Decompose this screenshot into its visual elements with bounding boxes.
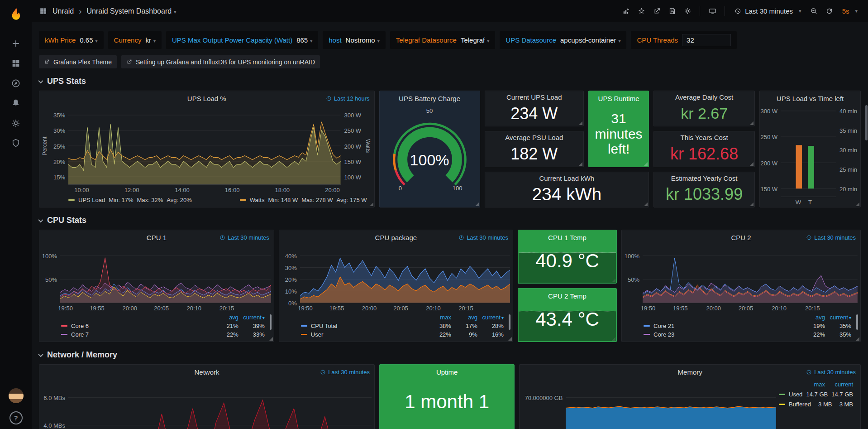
dashboard-title[interactable]: Unraid System Dashboard <box>86 7 176 15</box>
panel-title[interactable]: CPU 2 <box>731 234 751 241</box>
sidebar-item-dashboards[interactable] <box>5 53 26 73</box>
create-button[interactable] <box>5 34 26 53</box>
panel-title[interactable]: UPS Battery Charge <box>399 95 460 102</box>
y-axis-right: 40 min35 min30 min25 min20 min <box>836 107 858 197</box>
panel-title[interactable]: UPS Runtime <box>598 95 639 102</box>
panel-title[interactable]: CPU 1 <box>147 234 167 241</box>
variable-host[interactable]: hostNostromo <box>323 31 385 49</box>
time-picker[interactable]: Last 30 minutes <box>730 5 805 18</box>
legend-col-current[interactable]: current <box>825 381 853 388</box>
panel-title[interactable]: Estimated Yearly Cost <box>671 174 738 182</box>
variable-kwh-price[interactable]: kWh Price0.65 <box>39 31 104 49</box>
legend-item[interactable]: Core 7 <box>61 331 212 338</box>
refresh-interval-picker[interactable]: 5s <box>838 5 862 18</box>
variable-ups-max-output[interactable]: UPS Max Output Power Capacity (Watt)865 <box>166 31 318 49</box>
refresh-interval-label: 5s <box>842 7 849 15</box>
legend-item-watts[interactable]: WattsMin: 148 WMax: 278 WAvg: 175 W <box>240 197 367 203</box>
panel-title[interactable]: Average PSU Load <box>505 134 563 141</box>
panel-title[interactable]: Memory <box>678 368 702 376</box>
section-ups-stats[interactable]: UPS Stats <box>39 77 861 86</box>
legend-col-max[interactable]: max <box>425 314 451 321</box>
panel-ups-load-vs-time-left: UPS Load vs Time left 300 W250 W200 W150… <box>759 91 861 207</box>
link-grafana-plex-theme[interactable]: Grafana Plex Theme <box>39 55 117 68</box>
panel-title[interactable]: CPU 1 Temp <box>548 234 587 241</box>
legend-item[interactable]: Used <box>779 391 802 398</box>
cpu1-chart[interactable] <box>60 246 271 303</box>
legend-col-max[interactable]: max <box>797 381 825 388</box>
variable-ups-datasource[interactable]: UPS Datasourceapcupsd-container <box>500 31 626 49</box>
variable-telegraf-datasource[interactable]: Telegraf DatasourceTelegraf <box>390 31 496 49</box>
legend-row: Core 722%33% <box>61 331 265 338</box>
panel-title[interactable]: Average Daily Cost <box>675 93 733 101</box>
panel-uptime: Uptime 1 month 1 <box>379 364 515 429</box>
memory-chart[interactable] <box>566 381 776 429</box>
breadcrumb-app[interactable]: Unraid <box>52 7 74 15</box>
cpu-package-chart[interactable] <box>300 246 510 303</box>
vstime-chart[interactable] <box>781 107 836 197</box>
legend-item[interactable]: Core 6 <box>61 323 212 329</box>
legend-row: Used14.7 GB14.7 GB <box>779 391 853 398</box>
series-marker <box>779 394 785 395</box>
sidebar-item-explore[interactable] <box>5 73 26 93</box>
panel-title[interactable]: CPU 2 Temp <box>548 292 587 300</box>
panel-time-range: Last 30 minutes <box>806 234 856 241</box>
panel-title[interactable]: Current UPS Load <box>506 93 562 101</box>
grafana-logo-icon[interactable] <box>7 5 25 24</box>
section-network-memory[interactable]: Network / Memory <box>39 350 861 360</box>
panel-average-daily-cost: Average Daily Cost kr 2.67 <box>653 91 755 126</box>
legend-item[interactable]: Core 21 <box>644 323 799 329</box>
network-chart[interactable] <box>68 381 372 429</box>
zoom-out-button[interactable] <box>807 5 821 18</box>
chevron-down-icon <box>38 352 43 357</box>
cpu-threads-input[interactable]: 32 <box>682 34 731 46</box>
refresh-icon <box>825 7 833 15</box>
external-link-icon <box>126 59 132 65</box>
section-cpu-stats[interactable]: CPU Stats <box>39 216 861 225</box>
legend-col-avg[interactable]: avg <box>799 314 825 321</box>
sidebar-item-server-admin[interactable] <box>5 133 26 153</box>
legend-item[interactable]: Buffered <box>779 401 811 408</box>
panel-title[interactable]: This Years Cost <box>681 134 728 141</box>
dashboard-content: kWh Price0.65 Currencykr UPS Max Output … <box>32 22 868 429</box>
page-scrollbar[interactable] <box>865 105 868 140</box>
legend-item[interactable]: User <box>301 331 425 338</box>
legend-col-avg[interactable]: avg <box>451 314 477 321</box>
add-panel-button[interactable] <box>619 5 633 18</box>
panel-estimated-yearly-cost: Estimated Yearly Cost kr 1033.99 <box>653 172 755 207</box>
cycle-view-button[interactable] <box>706 5 719 18</box>
legend-item-ups-load[interactable]: UPS LoadMin: 17%Max: 32%Avg: 20% <box>68 197 192 203</box>
save-dashboard-button[interactable] <box>665 5 679 18</box>
cpu2-chart[interactable] <box>643 246 858 303</box>
apps-grid-icon[interactable] <box>39 7 48 15</box>
panel-average-psu-load: Average PSU Load 182 W <box>485 131 584 167</box>
panel-title[interactable]: Uptime <box>436 368 458 376</box>
legend-item[interactable]: CPU Total <box>301 323 425 329</box>
panel-title[interactable]: Current Load kWh <box>539 174 594 182</box>
panel-title[interactable]: UPS Load vs Time left <box>777 95 844 102</box>
legend-col-current[interactable]: current <box>477 314 504 321</box>
legend-col-avg[interactable]: avg <box>212 314 238 321</box>
panel-title[interactable]: UPS Load % <box>187 95 226 102</box>
legend-col-current[interactable]: current <box>238 314 265 321</box>
stat-value: 1 month 1 <box>380 391 514 413</box>
sidebar-item-alerting[interactable] <box>5 93 26 113</box>
link-ups-monitoring-guide[interactable]: Setting up Grafana and InfluxDB for UPS … <box>121 55 320 68</box>
dashboard-settings-button[interactable] <box>681 5 694 18</box>
panel-title[interactable]: Network <box>194 368 219 376</box>
star-dashboard-button[interactable] <box>634 5 648 18</box>
y-axis-left: 35%30%25%20%15% <box>48 107 68 185</box>
ups-load-chart[interactable] <box>68 107 341 185</box>
variable-currency[interactable]: Currencykr <box>108 31 162 49</box>
panel-memory: Memory Last 30 minutes 70.000000 GB60.00… <box>519 364 861 429</box>
sidebar-item-configuration[interactable] <box>5 113 26 133</box>
refresh-button[interactable] <box>823 5 836 18</box>
legend-col-current[interactable]: current <box>825 314 851 321</box>
gauge-value: 100% <box>410 151 449 169</box>
help-button[interactable]: ? <box>10 411 23 424</box>
external-link-icon <box>44 59 50 65</box>
legend-item[interactable]: Core 23 <box>644 331 799 338</box>
user-avatar[interactable] <box>9 388 24 403</box>
panel-title[interactable]: CPU package <box>375 234 417 241</box>
clock-icon <box>806 235 812 241</box>
share-dashboard-button[interactable] <box>650 5 663 18</box>
